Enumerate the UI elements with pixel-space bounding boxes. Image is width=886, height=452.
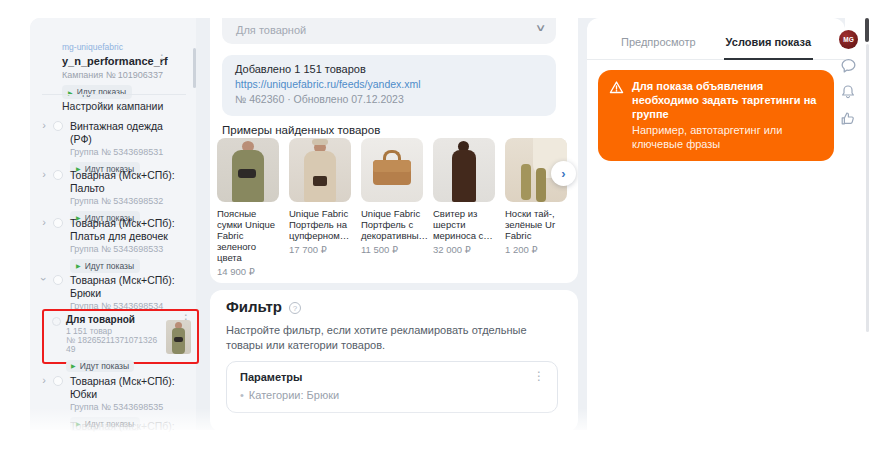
page-scrollbar-track[interactable] bbox=[866, 44, 869, 332]
group-checkbox[interactable] bbox=[53, 170, 63, 180]
group-checkbox[interactable] bbox=[53, 218, 63, 228]
warning-icon bbox=[609, 80, 624, 99]
bell-icon[interactable] bbox=[840, 84, 856, 104]
filter-section-card: Фильтр ? Настройте фильтр, если хотите р… bbox=[210, 290, 578, 432]
yandex-direct-screen: mg-uniquefabric y_n_performance_rf ⋮ Кам… bbox=[0, 0, 886, 452]
group-checkbox[interactable] bbox=[53, 121, 63, 131]
decor bbox=[312, 139, 328, 145]
product-title: Носки тай-, зелёные Ur Fabric bbox=[505, 208, 567, 241]
product-price: 17 700 ₽ bbox=[289, 244, 351, 255]
group-checkbox[interactable] bbox=[53, 376, 63, 386]
group-title: Товарная (Мск+СПб): … bbox=[30, 420, 196, 445]
product-title: Unique Fabric Портфель на цупферном… bbox=[289, 208, 351, 241]
product-title: Поясные сумки Unique Fabric зеленого цве… bbox=[217, 208, 279, 263]
product-price: 32 000 ₽ bbox=[433, 244, 495, 255]
group-number: Группа № 5343698531 bbox=[30, 147, 196, 157]
decor bbox=[536, 168, 546, 202]
group-number: Группа № 5343698533 bbox=[30, 244, 196, 254]
product-image bbox=[433, 138, 495, 202]
product-price: 14 900 ₽ bbox=[217, 266, 279, 277]
status-badge: ▶Идут показы bbox=[62, 85, 132, 99]
feed-section-card: Для товарной ∨ Добавлено 1 151 товаров h… bbox=[210, 18, 578, 283]
filter-description: Настройте фильтр, если хотите рекламиров… bbox=[226, 323, 558, 353]
group-item-partial: Товарная (Мск+СПб): … bbox=[30, 420, 196, 445]
panel-tabs: Предпросмотр Условия показа bbox=[587, 18, 845, 60]
examples-title: Примеры найденных товаров bbox=[222, 124, 380, 136]
campaign-sidebar: mg-uniquefabric y_n_performance_rf ⋮ Кам… bbox=[30, 18, 196, 430]
feed-added-count: Добавлено 1 151 товаров bbox=[235, 63, 543, 75]
product-card[interactable]: Unique Fabric Портфель на цупферном… 17 … bbox=[289, 138, 351, 277]
bullet-icon: • bbox=[240, 389, 244, 401]
params-menu-icon[interactable]: ⋮ bbox=[533, 371, 545, 381]
preview-panel: Предпросмотр Условия показа Для показа о… bbox=[587, 18, 845, 430]
product-image bbox=[217, 138, 279, 202]
campaign-number: Кампания № 101906337 bbox=[30, 70, 196, 80]
tab-show-conditions[interactable]: Условия показа bbox=[724, 36, 813, 60]
chevron-down-icon: ∨ bbox=[534, 22, 546, 33]
product-price: 11 500 ₽ bbox=[361, 244, 423, 255]
product-examples-row: Поясные сумки Unique Fabric зеленого цве… bbox=[217, 138, 567, 277]
feed-select-value: Для товарной bbox=[236, 24, 306, 36]
group-number: Группа № 5343698535 bbox=[30, 402, 196, 412]
user-avatar[interactable]: MG bbox=[839, 30, 858, 49]
chevron-right-icon[interactable]: › bbox=[39, 168, 49, 180]
product-title: Unique Fabric Портфель с декоративны… bbox=[361, 208, 423, 241]
decor bbox=[521, 164, 531, 200]
feed-url-link[interactable]: https://uniquefabric.ru/feeds/yandex.xml bbox=[235, 78, 543, 90]
params-title: Параметры bbox=[240, 371, 544, 383]
play-icon: ▶ bbox=[71, 362, 76, 369]
product-card[interactable]: Носки тай-, зелёные Ur Fabric 1 200 ₽ bbox=[505, 138, 567, 277]
product-card[interactable]: Поясные сумки Unique Fabric зеленого цве… bbox=[217, 138, 279, 277]
ad-item-annotation-box[interactable]: ⋮ Для товарной 1 151 товар № 18265211371… bbox=[42, 309, 199, 364]
feed-info-box: Добавлено 1 151 товаров https://uniquefa… bbox=[222, 55, 556, 116]
feed-select-dropdown[interactable]: Для товарной ∨ bbox=[222, 18, 556, 44]
chevron-right-icon[interactable]: › bbox=[39, 216, 49, 228]
chevron-right-icon[interactable]: › bbox=[39, 119, 49, 131]
feed-meta: № 462360 · Обновлено 07.12.2023 bbox=[235, 93, 543, 105]
group-number: Группа № 5343698532 bbox=[30, 196, 196, 206]
status-badge: ▶Идут показы bbox=[70, 259, 140, 273]
campaign-settings-link[interactable]: Настройки кампании bbox=[62, 100, 163, 112]
product-image bbox=[361, 138, 423, 202]
thumbs-up-icon[interactable] bbox=[840, 110, 856, 130]
group-item: › Товарная (Мск+СПб): Платья для девочек… bbox=[30, 217, 196, 273]
help-icon[interactable]: ? bbox=[289, 302, 301, 314]
campaign-menu-icon[interactable]: ⋮ bbox=[156, 54, 168, 64]
campaign-header: mg-uniquefabric y_n_performance_rf ⋮ Кам… bbox=[30, 42, 196, 99]
filter-header: Фильтр ? bbox=[226, 298, 301, 315]
filter-params-card: Параметры ⋮ •Категории: Брюки bbox=[226, 361, 558, 413]
chevron-right-icon[interactable]: › bbox=[39, 374, 49, 386]
status-badge: ▶Идут показы bbox=[66, 360, 134, 372]
chevron-down-icon[interactable]: › bbox=[38, 274, 50, 284]
ad-number: № 1826521137107132649 bbox=[44, 336, 160, 354]
product-title: Свитер из шерсти мериноса с… bbox=[433, 208, 495, 241]
targeting-warning-alert: Для показа объявления необходимо задать … bbox=[598, 70, 834, 161]
alert-title: Для показа объявления необходимо задать … bbox=[632, 79, 822, 121]
divider bbox=[42, 94, 186, 95]
ad-thumbnail-image bbox=[166, 320, 191, 354]
params-item: •Категории: Брюки bbox=[240, 389, 544, 401]
product-card[interactable]: Свитер из шерсти мериноса с… 32 000 ₽ bbox=[433, 138, 495, 277]
alert-text: Например, автотаргетинг или ключевые фра… bbox=[632, 123, 822, 151]
chat-icon[interactable] bbox=[840, 57, 857, 78]
decor bbox=[452, 150, 476, 202]
sidebar-scrollbar[interactable] bbox=[193, 48, 196, 88]
decor bbox=[373, 160, 411, 172]
campaign-name[interactable]: y_n_performance_rf bbox=[30, 55, 196, 67]
play-icon: ▶ bbox=[76, 262, 81, 269]
chevron-right-icon: › bbox=[561, 166, 565, 181]
product-card[interactable]: Unique Fabric Портфель с декоративны… 11… bbox=[361, 138, 423, 277]
group-item: › Винтажная одежда (РФ) Группа № 5343698… bbox=[30, 120, 196, 176]
group-checkbox[interactable] bbox=[53, 275, 63, 285]
decor bbox=[174, 337, 183, 342]
ad-checkbox[interactable] bbox=[52, 317, 61, 326]
carousel-next-button[interactable]: › bbox=[551, 161, 576, 186]
product-price: 1 200 ₽ bbox=[505, 244, 567, 255]
filter-title: Фильтр bbox=[226, 298, 282, 315]
product-image bbox=[289, 138, 351, 202]
decor bbox=[238, 169, 256, 178]
tab-preview[interactable]: Предпросмотр bbox=[619, 36, 698, 60]
decor bbox=[313, 176, 327, 186]
account-link[interactable]: mg-uniquefabric bbox=[30, 42, 196, 52]
page-scrollbar-thumb[interactable] bbox=[865, 18, 869, 42]
